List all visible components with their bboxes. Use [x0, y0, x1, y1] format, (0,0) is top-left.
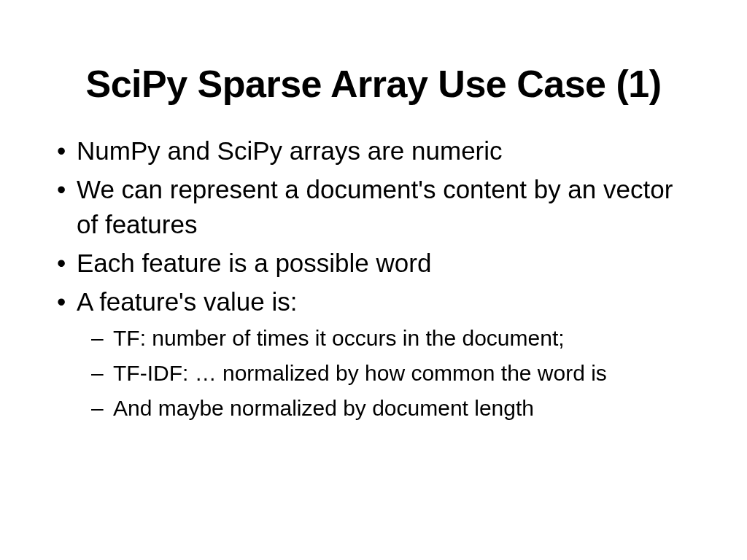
bullet-item: We can represent a document's content by… — [55, 172, 692, 241]
bullet-item: NumPy and SciPy arrays are numeric — [55, 133, 692, 168]
bullet-item: Each feature is a possible word — [55, 246, 692, 280]
sub-bullet-item: And maybe normalized by document length — [55, 393, 692, 424]
bullet-item: A feature's value is: — [55, 284, 692, 319]
sub-bullet-list: TF: number of times it occurs in the doc… — [55, 323, 692, 424]
sub-bullet-item: TF-IDF: … normalized by how common the w… — [55, 358, 692, 389]
slide-title: SciPy Sparse Array Use Case (1) — [55, 62, 692, 106]
sub-bullet-item: TF: number of times it occurs in the doc… — [55, 323, 692, 354]
main-bullet-list: NumPy and SciPy arrays are numeric We ca… — [55, 133, 692, 319]
